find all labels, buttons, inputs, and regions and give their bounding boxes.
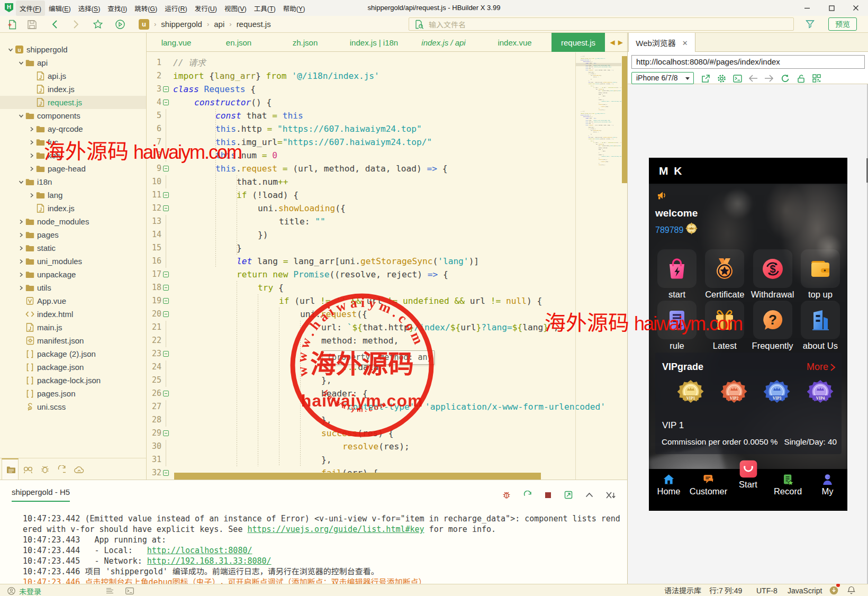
file-search-input[interactable]: 输入文件名 [409,17,794,31]
unlock-icon[interactable] [795,73,806,84]
tree-item-utils[interactable]: utils [0,281,146,294]
encoding-status[interactable]: UTF-8 [756,584,777,596]
close-panel-icon[interactable] [606,492,616,499]
debug-bug-icon[interactable] [502,491,511,499]
browser-refresh-icon[interactable] [780,73,790,84]
grid-tile-certificate[interactable] [705,249,744,288]
tree-chevron-right-icon[interactable] [17,218,25,226]
editor-tab-index.vue[interactable]: index.vue [478,33,551,52]
tree-item-components[interactable]: components [0,109,146,122]
vip-more-link[interactable]: More [807,362,836,373]
new-file-button[interactable] [6,18,19,31]
browser-back-icon[interactable] [748,73,758,84]
grid-tile-about-us[interactable] [801,301,840,339]
tree-chevron-right-icon[interactable] [17,231,25,239]
grid-tile-frequently[interactable]: ? [753,301,792,339]
tree-item-uni-modules[interactable]: uni_modules [0,255,146,268]
tree-item-index.html[interactable]: index.html [0,308,146,321]
stop-icon[interactable] [545,492,551,499]
menu-S[interactable]: 选择(S) [75,1,104,16]
tree-chevron-right-icon[interactable] [28,191,36,200]
account-number[interactable]: 789789 [655,225,683,235]
grid-tile-start[interactable] [657,249,697,288]
search-view-icon[interactable] [22,463,34,476]
breadcrumb-item[interactable]: api [214,20,224,29]
menu-G[interactable]: 跳转(G) [131,1,161,16]
editor-tab-en.json[interactable]: en.json [206,33,272,52]
tree-chevron-right-icon[interactable] [17,244,25,252]
browser-tab[interactable]: Web浏览器✕ [628,33,695,52]
language-mode[interactable]: JavaScript [788,584,822,596]
vip-badge-vip3[interactable]: VIP3 [764,379,790,408]
tree-chevron-down-icon[interactable] [17,112,25,120]
editor-tab-index.js-i18n[interactable]: index.js | i18n [339,33,409,52]
tree-item-request.js[interactable]: request.js [0,96,146,109]
tree-item-app.vue[interactable]: App.vue [0,294,146,308]
maximize-button[interactable] [819,0,844,16]
device-select[interactable]: iPhone 6/7/8 [631,72,694,84]
settings-gear-icon[interactable] [716,73,727,84]
notification-bell-icon[interactable] [847,584,855,596]
refresh-view-icon[interactable] [56,463,68,476]
tree-chevron-down-icon[interactable] [6,46,15,54]
tree-chevron-right-icon[interactable] [28,138,36,147]
menu-I[interactable]: 查找(I) [104,1,131,16]
tree-chevron-down-icon[interactable] [17,59,25,67]
editor-tab-zh.json[interactable]: zh.json [272,33,339,52]
tree-item-api[interactable]: api [0,56,146,69]
tree-item-i18n[interactable]: i18n [0,175,146,188]
console-terminal-icon[interactable] [732,73,743,84]
nav-home[interactable]: Home [649,474,689,496]
nav-my[interactable]: My [808,474,847,496]
tree-item-pages[interactable]: pages [0,228,146,241]
vip-badge-vip2[interactable]: VIP2 [721,379,747,408]
syntax-lib-status[interactable]: 语法提示库 [664,584,701,596]
address-bar-input[interactable]: http://localhost:8080/#/pages/index/inde… [631,55,865,69]
browser-tab-close-icon[interactable]: ✕ [682,38,688,48]
tab-scroll-right-icon[interactable]: ▶ [618,39,623,46]
editor-horizontal-scrollbar[interactable] [174,473,541,480]
breadcrumb-item[interactable]: shippergold [161,20,202,29]
tree-chevron-down-icon[interactable] [17,178,25,186]
navigate-forward-button[interactable] [69,18,82,31]
tab-scroll-left-icon[interactable]: ◀ [610,39,615,46]
minimap[interactable]: 1// 请求2import {lang_arr} from '@/i18n/in… [575,52,621,480]
editor-vertical-scrollbar[interactable] [622,56,627,183]
tree-item-pages.json[interactable]: pages.json [0,387,146,400]
nav-start[interactable]: Start [728,460,768,490]
tree-item-ay-qrcode[interactable]: ay-qrcode [0,122,146,136]
console-link[interactable]: http://192.168.31.33:8080/ [147,556,272,566]
tree-item-package.json[interactable]: package.json [0,360,146,374]
bookmark-star-button[interactable] [92,18,104,31]
tree-item-package-2-.json[interactable]: package (2).json [0,347,146,360]
breadcrumb-item[interactable]: request.js [237,20,271,29]
preview-button[interactable]: 预览 [828,17,857,31]
tree-item-uni.scss[interactable]: uni.scss [0,400,146,413]
tree-item-shippergold[interactable]: ushippergold [0,43,146,56]
vip-badge-vip4[interactable]: VIP4 [807,379,834,408]
nav-customer[interactable]: Customer [689,474,728,496]
tree-item-api.js[interactable]: api.js [0,69,146,83]
tree-item-lang[interactable]: lang [0,188,146,202]
tree-item-index.js[interactable]: index.js [0,202,146,215]
editor-tab-lang.vue[interactable]: lang.vue [147,33,206,52]
tree-item-node-modules[interactable]: node_modules [0,215,146,228]
menu-V[interactable]: 视图(V) [221,1,250,16]
tree-chevron-right-icon[interactable] [28,165,36,173]
run-button[interactable] [114,18,126,31]
collapse-panel-icon[interactable] [585,492,593,498]
menu-R[interactable]: 运行(R) [161,1,191,16]
tree-chevron-right-icon[interactable] [17,257,25,266]
vip-badge-vip1[interactable]: VIP1 [677,379,704,408]
tree-chevron-right-icon[interactable] [17,284,25,292]
filter-funnel-icon[interactable] [806,20,815,29]
editor-tab-request.js[interactable]: request.js [551,33,605,52]
tree-item-index.js[interactable]: index.js [0,83,146,96]
debug-view-icon[interactable] [39,463,51,476]
tree-item-static[interactable]: static [0,241,146,255]
menu-T[interactable]: 工具(T) [250,1,279,16]
navigate-back-button[interactable] [49,18,61,31]
tree-chevron-right-icon[interactable] [28,125,36,133]
cloud-view-icon[interactable] [73,463,85,476]
tree-item-main.js[interactable]: main.js [0,321,146,334]
